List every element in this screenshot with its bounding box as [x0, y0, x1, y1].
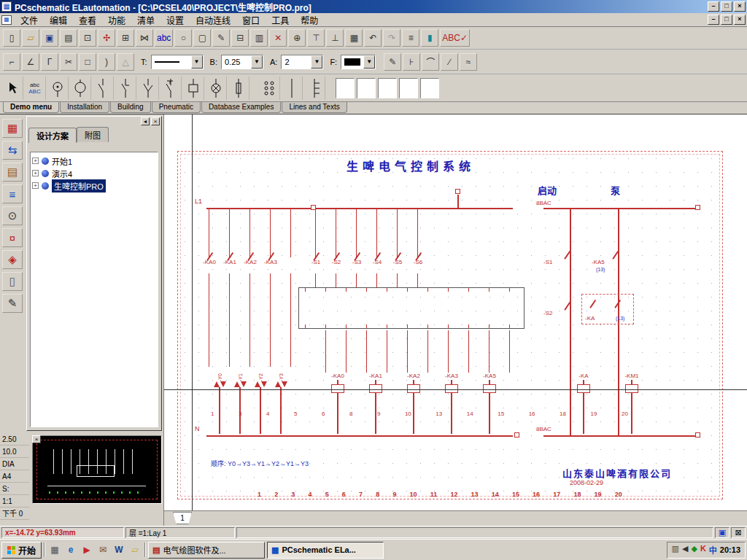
circle-tool-icon[interactable]: ○: [174, 29, 192, 47]
tree-item[interactable]: + 演示4: [32, 167, 156, 179]
schematic-canvas[interactable]: 生啤电气控制系统 启动 泵 8BAC L1 N 8BAC -KA0 -KA1 -…: [163, 114, 747, 510]
signal-symbol-icon[interactable]: [47, 77, 69, 100]
paste-icon[interactable]: ⊟: [231, 29, 249, 47]
child-restore-button[interactable]: □: [721, 15, 732, 25]
plc-block[interactable]: [298, 287, 525, 329]
rectangle-icon[interactable]: □: [79, 53, 96, 71]
chevron-down-icon[interactable]: ▼: [363, 55, 375, 69]
contact[interactable]: -KA1: [220, 256, 240, 265]
print-preview-icon[interactable]: ⊡: [79, 29, 96, 47]
dock-icon[interactable]: ◂: [141, 117, 150, 125]
valve[interactable]: -Y1: [230, 365, 250, 434]
word-icon[interactable]: W: [112, 542, 126, 557]
document-icon[interactable]: ▦: [1, 15, 12, 25]
start-button[interactable]: 开始: [1, 542, 42, 559]
angle-select[interactable]: 2▼: [281, 55, 323, 69]
no-contact-symbol-icon[interactable]: [92, 77, 114, 100]
trim-icon[interactable]: ✂: [60, 53, 77, 71]
print-icon[interactable]: ▤: [60, 29, 77, 47]
close-icon[interactable]: ×: [151, 117, 160, 125]
edit-notes-icon[interactable]: ✎: [2, 294, 23, 313]
motor-symbol-icon[interactable]: [69, 77, 91, 100]
switch[interactable]: -S3: [347, 256, 367, 265]
save-icon[interactable]: ▣: [41, 29, 58, 47]
empty-symbol-slot[interactable]: [420, 78, 439, 98]
valve[interactable]: -Y2: [250, 365, 271, 434]
notes-icon[interactable]: ▯: [2, 272, 23, 291]
relay-coil[interactable]: -KA2: [395, 373, 433, 434]
catalog-icon[interactable]: ▤: [2, 163, 23, 182]
conductor-symbol-icon[interactable]: [281, 77, 303, 100]
tree-item-label[interactable]: 生啤控制PRO: [52, 179, 106, 192]
router-icon[interactable]: ⇆: [2, 141, 23, 160]
symbol-menu-tab[interactable]: Database Examples: [201, 102, 282, 113]
switch[interactable]: -S6: [408, 256, 428, 265]
arc-icon[interactable]: ): [98, 53, 115, 71]
menu-item[interactable]: 功能: [102, 15, 131, 28]
child-close-button[interactable]: ×: [734, 15, 746, 25]
switch[interactable]: -S5: [387, 256, 408, 265]
object-lister-icon[interactable]: ≡: [2, 184, 23, 203]
pushbutton-symbol-icon[interactable]: [160, 77, 182, 100]
linewidth-select[interactable]: 0.25▼: [221, 55, 263, 69]
contact[interactable]: -KA2: [240, 256, 260, 265]
undo-icon[interactable]: ↶: [364, 29, 382, 47]
switch[interactable]: -S2: [326, 256, 347, 265]
media-icon[interactable]: ▶: [80, 542, 94, 557]
pen-tool-icon[interactable]: ✎: [212, 29, 230, 47]
line-ortho-icon[interactable]: ⌐: [3, 53, 20, 71]
coil-symbol-icon[interactable]: [182, 77, 204, 100]
relay-coil[interactable]: -KA5: [471, 373, 508, 434]
empty-symbol-slot[interactable]: [399, 78, 418, 98]
menu-item[interactable]: 编辑: [44, 15, 73, 28]
empty-symbol-slot[interactable]: [336, 78, 355, 98]
menu-item[interactable]: 查看: [73, 15, 102, 28]
symbol-menu-tab[interactable]: Building: [110, 102, 151, 113]
tab-attachments[interactable]: 附图: [77, 127, 109, 142]
expand-icon[interactable]: +: [32, 182, 39, 189]
symbol-menu-icon[interactable]: ▦: [2, 119, 23, 138]
switch-line-icon[interactable]: ∕: [441, 53, 458, 71]
task-button-pcschematic[interactable]: ▦ PCschematic ELa...: [267, 542, 384, 559]
expand-icon[interactable]: +: [32, 170, 39, 176]
symbol-menu-tab[interactable]: Demo menu: [3, 102, 59, 113]
switch[interactable]: -S1: [306, 256, 326, 265]
lamp-symbol-icon[interactable]: [205, 77, 227, 100]
expand-icon[interactable]: +: [32, 158, 39, 164]
line-angle-icon[interactable]: ∠: [22, 53, 39, 71]
maximize-button[interactable]: □: [721, 1, 732, 12]
ime-icon[interactable]: 中: [709, 544, 717, 556]
menu-item[interactable]: 帮助: [295, 15, 324, 28]
tree-item-selected[interactable]: + 生啤控制PRO: [32, 179, 156, 192]
net-grid-icon[interactable]: ▦: [345, 29, 363, 47]
switch[interactable]: -S4: [367, 256, 387, 265]
tree-item-label[interactable]: 开始1: [52, 155, 72, 167]
relay-coil[interactable]: -KA: [560, 373, 608, 434]
minimize-button[interactable]: –: [708, 1, 719, 12]
new-icon[interactable]: ▯: [3, 29, 20, 47]
fuse-symbol-icon[interactable]: [228, 77, 249, 100]
relay-coil[interactable]: -KA3: [433, 373, 471, 434]
changeover-contact-symbol-icon[interactable]: [137, 77, 159, 100]
wave-icon[interactable]: ≈: [460, 53, 477, 71]
empty-symbol-slot[interactable]: [357, 78, 376, 98]
spellcheck-icon[interactable]: ABC✓: [440, 29, 470, 47]
kingsoft-icon[interactable]: K: [700, 544, 706, 556]
contact[interactable]: -KA0: [199, 256, 220, 265]
arc-segment-icon[interactable]: ⌒: [422, 53, 439, 71]
nc-contact-symbol-icon[interactable]: [115, 77, 136, 100]
pointer-symbol-icon[interactable]: [1, 77, 23, 100]
volume-icon[interactable]: ◀: [682, 544, 688, 556]
text-symbol-icon[interactable]: abcABC: [24, 77, 46, 100]
relay-coil[interactable]: -KA1: [357, 373, 395, 434]
menu-item[interactable]: 工具: [266, 15, 295, 28]
diamond-icon[interactable]: ◈: [2, 250, 23, 269]
tree-item-label[interactable]: 演示4: [52, 168, 72, 179]
task-button-electrical-drawing[interactable]: ▤ 电气绘图软件及...: [148, 542, 265, 559]
antivirus-icon[interactable]: ◆: [691, 544, 697, 556]
valve[interactable]: -Y3: [271, 365, 291, 434]
delete-icon[interactable]: ✕: [269, 29, 287, 47]
symbol-menu-tab[interactable]: Lines and Texts: [282, 102, 347, 113]
reference-down-icon[interactable]: ⊥: [326, 29, 344, 47]
text-tool-icon[interactable]: abc: [155, 29, 173, 47]
